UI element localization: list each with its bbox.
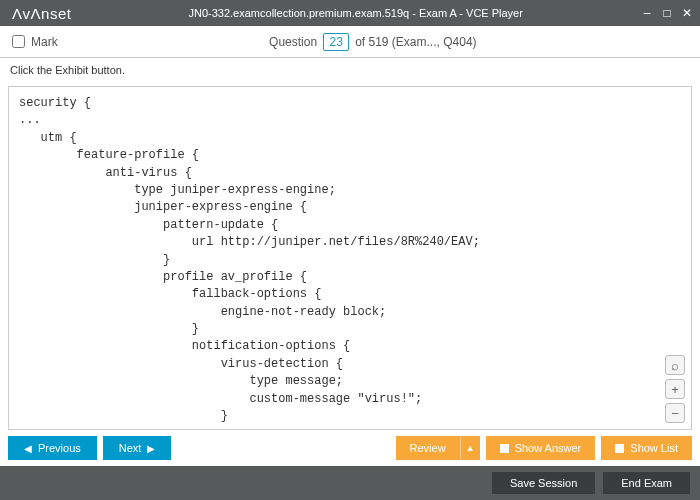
next-label: Next [119,442,142,454]
square-icon [615,444,624,453]
question-indicator: Question 23 of 519 (Exam..., Q404) [58,33,688,51]
instruction-text: Click the Exhibit button. [0,58,700,82]
review-button[interactable]: Review [396,436,460,460]
zoom-in-button[interactable]: + [665,379,685,399]
search-icon[interactable]: ⌕ [665,355,685,375]
chevron-left-icon: ◀ [24,443,32,454]
question-bar: Mark Question 23 of 519 (Exam..., Q404) [0,26,700,58]
review-dropdown-button[interactable]: ▲ [460,436,480,460]
window-controls: – □ ✕ [640,6,694,20]
end-exam-button[interactable]: End Exam [603,472,690,494]
footer-bar: Save Session End Exam [0,466,700,500]
show-answer-label: Show Answer [515,442,582,454]
zoom-controls: ⌕ + − [665,355,685,423]
code-content: security { ... utm { feature-profile { a… [9,87,691,429]
exhibit-panel: security { ... utm { feature-profile { a… [8,86,692,430]
minimize-icon[interactable]: – [640,6,654,20]
next-button[interactable]: Next▶ [103,436,172,460]
question-number[interactable]: 23 [323,33,348,51]
review-label: Review [410,442,446,454]
window-title: JN0-332.examcollection.premium.exam.519q… [71,7,640,19]
previous-button[interactable]: ◀Previous [8,436,97,460]
zoom-out-button[interactable]: − [665,403,685,423]
save-session-button[interactable]: Save Session [492,472,595,494]
close-icon[interactable]: ✕ [680,6,694,20]
mark-label: Mark [31,35,58,49]
maximize-icon[interactable]: □ [660,6,674,20]
square-icon [500,444,509,453]
show-answer-button[interactable]: Show Answer [486,436,596,460]
nav-bar: ◀Previous Next▶ Review ▲ Show Answer Sho… [0,430,700,466]
show-list-button[interactable]: Show List [601,436,692,460]
title-bar: ΛvΛnset JN0-332.examcollection.premium.e… [0,0,700,26]
previous-label: Previous [38,442,81,454]
question-label-post: of 519 (Exam..., Q404) [355,35,476,49]
chevron-right-icon: ▶ [147,443,155,454]
mark-checkbox[interactable] [12,35,25,48]
show-list-label: Show List [630,442,678,454]
question-label-pre: Question [269,35,317,49]
review-group: Review ▲ [396,436,480,460]
app-logo: ΛvΛnset [12,5,71,22]
